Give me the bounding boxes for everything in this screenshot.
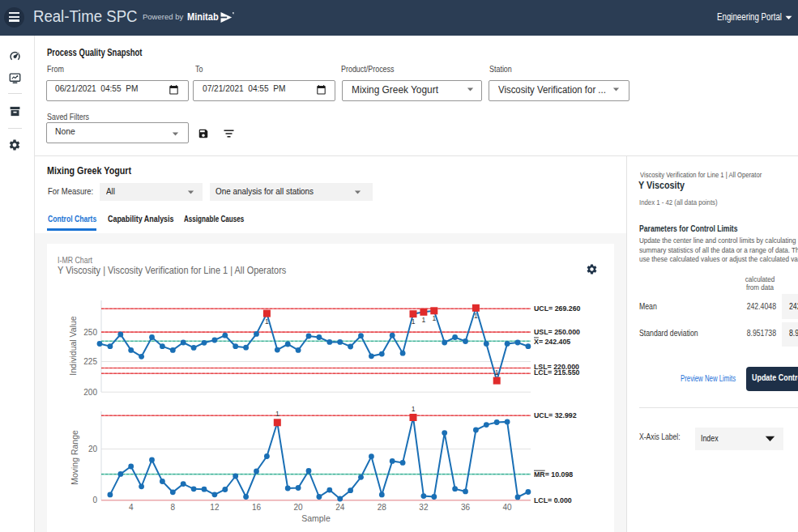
svg-text:0: 0 <box>92 496 97 504</box>
svg-text:20: 20 <box>88 445 98 453</box>
svg-text:MR= 10.098: MR= 10.098 <box>534 470 573 479</box>
svg-text:28: 28 <box>378 503 387 512</box>
svg-text:1: 1 <box>275 410 280 418</box>
svg-text:1: 1 <box>474 312 478 320</box>
svg-text:1: 1 <box>422 316 426 324</box>
svg-text:LCL= 0.000: LCL= 0.000 <box>534 496 572 504</box>
svg-text:1: 1 <box>412 317 416 326</box>
svg-text:8: 8 <box>171 503 176 512</box>
svg-text:200: 200 <box>83 388 97 397</box>
svg-text:1: 1 <box>265 317 269 326</box>
svg-text:1: 1 <box>495 368 499 377</box>
svg-text:Moving Range: Moving Range <box>70 430 79 485</box>
svg-text:UCL= 32.992: UCL= 32.992 <box>534 411 577 419</box>
svg-text:X= 242.405: X= 242.405 <box>534 338 570 346</box>
svg-text:1: 1 <box>432 314 436 322</box>
svg-text:LCL= 215.550: LCL= 215.550 <box>534 368 580 377</box>
svg-text:24: 24 <box>335 503 345 512</box>
svg-text:1: 1 <box>412 405 416 413</box>
svg-text:225: 225 <box>83 357 97 366</box>
svg-text:Individual Value: Individual Value <box>68 316 78 376</box>
svg-text:250: 250 <box>83 328 97 337</box>
svg-text:36: 36 <box>461 503 471 512</box>
svg-text:20: 20 <box>294 503 304 512</box>
svg-text:40: 40 <box>503 503 513 512</box>
svg-text:USL= 250.000: USL= 250.000 <box>534 328 580 336</box>
svg-text:UCL= 269.260: UCL= 269.260 <box>534 304 581 313</box>
svg-text:32: 32 <box>419 503 429 512</box>
svg-text:Sample: Sample <box>301 513 331 523</box>
svg-text:12: 12 <box>210 503 220 512</box>
svg-text:4: 4 <box>129 503 134 512</box>
svg-text:16: 16 <box>252 503 262 512</box>
